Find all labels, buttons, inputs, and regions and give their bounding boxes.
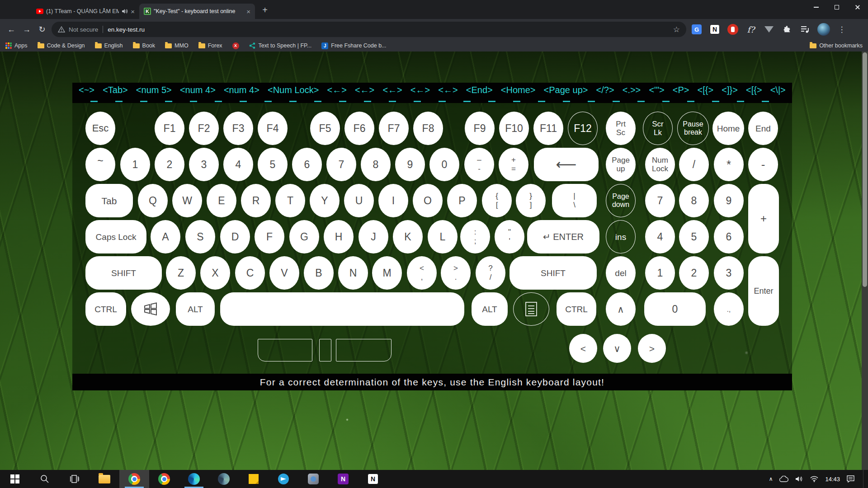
sticky-notes-button[interactable]: [239, 470, 269, 488]
key-end: End: [748, 112, 778, 145]
chrome-button-2[interactable]: [149, 470, 179, 488]
key-r: R: [241, 184, 271, 217]
key-numpad-divide: /: [679, 148, 709, 181]
key-c: C: [235, 256, 265, 290]
playlist-extension-icon[interactable]: [799, 23, 811, 35]
tab-audio-icon[interactable]: [122, 9, 128, 14]
profile-avatar[interactable]: [817, 23, 830, 36]
key-f9: F9: [465, 112, 495, 145]
key-5: 5: [258, 148, 288, 181]
key-k: K: [393, 220, 423, 253]
not-secure-icon[interactable]: [58, 26, 65, 33]
close-button[interactable]: [847, 0, 868, 14]
onenote-button[interactable]: N: [328, 470, 358, 488]
edge-button-2[interactable]: [209, 470, 239, 488]
key-backspace: ⟵: [534, 148, 599, 181]
fontface-extension-icon[interactable]: f?: [745, 23, 757, 35]
key-h: H: [324, 220, 354, 253]
page-scrollbar[interactable]: [862, 52, 868, 470]
chrome-button-active[interactable]: [119, 470, 149, 488]
folder-icon: [38, 43, 44, 48]
search-icon: [40, 474, 49, 483]
keyboard-tester: <~><Tab><num 5><num 4><num 4><Num Lock><…: [72, 83, 792, 390]
notification-center-icon[interactable]: [847, 475, 854, 483]
key-z: Z: [166, 256, 196, 290]
bookmark-x[interactable]: X: [232, 42, 239, 49]
translate-extension-icon[interactable]: G: [691, 23, 703, 35]
key-1: 1: [120, 148, 150, 181]
key-enter: ↵ ENTER: [527, 220, 599, 253]
folder-icon: [95, 43, 102, 48]
bookmark-code-design[interactable]: Code & Design: [38, 42, 85, 49]
key-f1: F1: [155, 112, 184, 145]
address-bar[interactable]: Not secure en.key-test.ru ☆: [52, 22, 686, 37]
key-e: E: [207, 184, 236, 217]
bookmark-fshare[interactable]: JFree Fshare Code b...: [321, 42, 386, 49]
hidden-icons-chevron[interactable]: ∧: [769, 476, 773, 482]
volume-icon[interactable]: [795, 476, 803, 482]
tab-close-icon[interactable]: ×: [131, 8, 135, 15]
key-scr-lk: ScrLk: [643, 112, 673, 145]
key-shift-left: SHIFT: [85, 256, 162, 290]
key-quote: "': [495, 220, 524, 253]
minimize-button[interactable]: [806, 0, 826, 14]
tab-youtube[interactable]: (1) TTeam - QUẢNG LẮM EM ×: [32, 4, 139, 19]
bookmark-forex[interactable]: Forex: [198, 42, 222, 49]
key-numpad-4: 4: [645, 220, 675, 253]
notion-extension-icon[interactable]: N: [709, 23, 721, 35]
notion-button[interactable]: N: [358, 470, 388, 488]
onedrive-cloud-icon[interactable]: [779, 476, 788, 482]
menu-kebab-icon[interactable]: ⋮: [836, 25, 847, 34]
key-arrow-left: <: [569, 334, 597, 363]
taskbar-clock[interactable]: 14:43: [825, 476, 840, 483]
extensions-row: G N f? ⋮: [691, 23, 847, 36]
extensions-puzzle-icon[interactable]: [781, 23, 793, 35]
bookmark-text-to-speech[interactable]: Text to Speech | FP...: [249, 42, 312, 49]
key-alt-right: ALT: [472, 292, 508, 326]
telegram-button[interactable]: [269, 470, 298, 488]
chrome-icon: [128, 473, 140, 485]
key-v: V: [269, 256, 299, 290]
tab-close-icon[interactable]: ×: [246, 8, 250, 15]
scrollbar-thumb[interactable]: [863, 52, 867, 287]
bookmark-label: Book: [142, 42, 156, 49]
key-comma: <,: [407, 256, 437, 290]
key-shift-right: SHIFT: [509, 256, 597, 290]
bookmark-apps[interactable]: Apps: [5, 42, 28, 49]
forward-button[interactable]: →: [19, 22, 34, 37]
tab-key-test[interactable]: K "Key-Test" - keyboard test online ×: [139, 4, 255, 19]
x-badge-icon: X: [232, 42, 239, 49]
key-a: A: [151, 220, 180, 253]
other-bookmarks[interactable]: Other bookmarks: [810, 42, 863, 49]
key-f4: F4: [258, 112, 288, 145]
url-text[interactable]: en.key-test.ru: [108, 26, 673, 33]
bookmark-label: English: [104, 42, 123, 49]
new-tab-button[interactable]: +: [259, 4, 271, 16]
edge-icon: [218, 473, 230, 485]
key-f6: F6: [344, 112, 374, 145]
bookmark-book[interactable]: Book: [133, 42, 156, 49]
reload-button[interactable]: ↻: [34, 22, 50, 37]
bookmark-star-icon[interactable]: ☆: [673, 25, 680, 34]
key-home: Home: [712, 112, 744, 145]
security-label: Not secure: [69, 26, 98, 33]
file-explorer-button[interactable]: [90, 470, 119, 488]
keyboard-keys: EscF1F2F3F4F5F6F7F8F9F10F11F12PrtScScrLk…: [72, 83, 792, 390]
vimium-extension-icon[interactable]: [763, 23, 775, 35]
keyboard-note-bar: For a correct determination of the keys,…: [72, 374, 792, 390]
bookmark-english[interactable]: English: [95, 42, 123, 49]
back-button[interactable]: ←: [4, 22, 19, 37]
network-icon[interactable]: [810, 476, 818, 482]
maximize-button[interactable]: [826, 0, 847, 14]
adblock-extension-icon[interactable]: [727, 23, 739, 35]
search-button[interactable]: [30, 470, 60, 488]
start-button[interactable]: [0, 470, 30, 488]
show-desktop-button[interactable]: [863, 470, 865, 488]
key-w: W: [172, 184, 202, 217]
cheat-engine-button[interactable]: [298, 470, 328, 488]
edge-button[interactable]: [179, 470, 209, 488]
sticky-notes-icon: [249, 474, 259, 484]
task-view-button[interactable]: [60, 470, 90, 488]
bookmark-mmo[interactable]: MMO: [165, 42, 189, 49]
key-blank-mid: [319, 339, 331, 361]
